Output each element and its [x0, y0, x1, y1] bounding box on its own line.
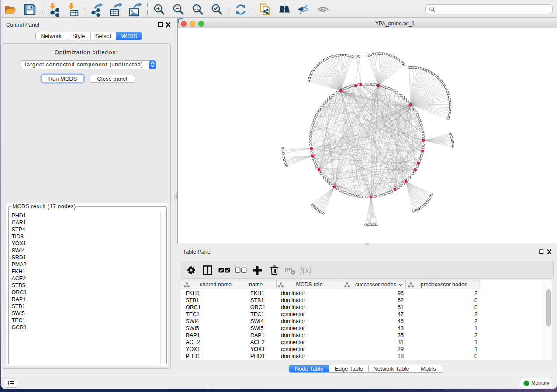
- svg-text:f(x): f(x): [300, 265, 311, 275]
